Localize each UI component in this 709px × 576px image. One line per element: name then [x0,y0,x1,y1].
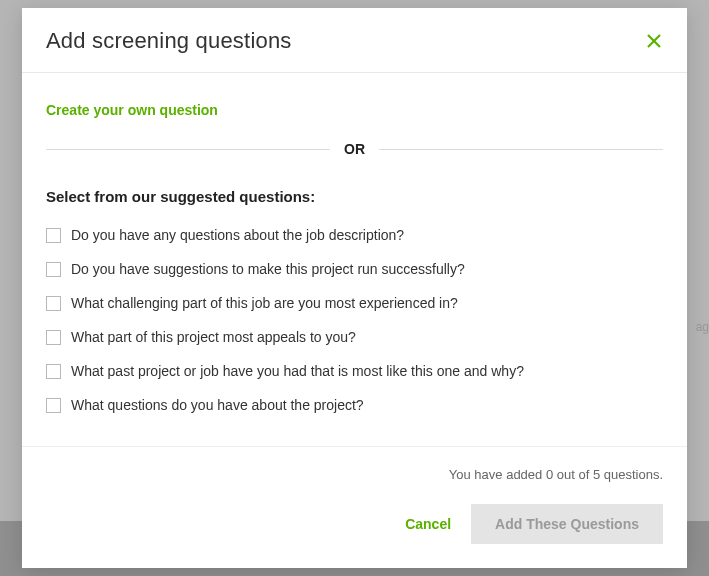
close-button[interactable] [645,32,663,50]
checkbox[interactable] [46,262,61,277]
question-text: What challenging part of this job are yo… [71,295,458,311]
or-divider: OR [46,140,663,158]
question-text: Do you have suggestions to make this pro… [71,261,465,277]
cancel-button[interactable]: Cancel [405,516,451,532]
suggested-question-item[interactable]: What past project or job have you had th… [46,363,663,379]
add-these-questions-button[interactable]: Add These Questions [471,504,663,544]
create-own-question-link[interactable]: Create your own question [46,102,218,118]
question-text: Do you have any questions about the job … [71,227,404,243]
checkbox[interactable] [46,398,61,413]
suggested-question-item[interactable]: What challenging part of this job are yo… [46,295,663,311]
modal-header: Add screening questions [22,8,687,73]
question-text: What part of this project most appeals t… [71,329,356,345]
footer-actions: Cancel Add These Questions [46,504,663,544]
questions-count-text: You have added 0 out of 5 questions. [46,467,663,482]
modal-footer: You have added 0 out of 5 questions. Can… [22,446,687,568]
question-text: What questions do you have about the pro… [71,397,364,413]
checkbox[interactable] [46,228,61,243]
question-text: What past project or job have you had th… [71,363,524,379]
checkbox[interactable] [46,364,61,379]
modal-title: Add screening questions [46,28,292,54]
background-text-fragment: ag [696,320,709,334]
modal-body-scroll[interactable]: Create your own question OR Select from … [22,73,687,446]
checkbox[interactable] [46,330,61,345]
suggested-question-list: Do you have any questions about the job … [46,227,663,413]
suggested-question-item[interactable]: Do you have any questions about the job … [46,227,663,243]
checkbox[interactable] [46,296,61,311]
add-screening-questions-modal: Add screening questions Create your own … [22,8,687,568]
suggested-question-item[interactable]: What questions do you have about the pro… [46,397,663,413]
suggested-question-item[interactable]: What part of this project most appeals t… [46,329,663,345]
suggested-questions-heading: Select from our suggested questions: [46,188,663,205]
suggested-question-item[interactable]: Do you have suggestions to make this pro… [46,261,663,277]
or-divider-label: OR [330,141,379,157]
modal-body-wrapper: Create your own question OR Select from … [22,73,687,446]
close-icon [646,33,662,49]
